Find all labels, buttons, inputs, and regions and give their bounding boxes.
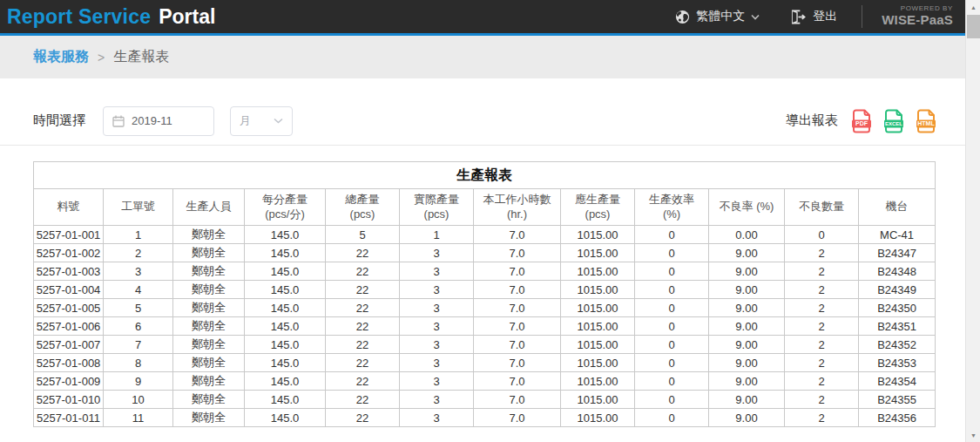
table-cell: 0 <box>785 226 859 244</box>
table-cell: 9 <box>104 372 173 391</box>
table-cell: 1015.00 <box>561 317 635 336</box>
production-report-table: 生產報表 料號工單號生產人員每分產量(pcs/分)總產量(pcs)實際產量(pc… <box>33 161 936 427</box>
table-cell: 5257-01-002 <box>34 244 104 262</box>
table-cell: 鄭朝全 <box>173 354 245 372</box>
table-cell: B24354 <box>859 372 936 391</box>
table-cell: 5257-01-006 <box>34 317 104 336</box>
table-cell: 1015.00 <box>561 354 635 372</box>
table-cell: 鄭朝全 <box>173 391 245 409</box>
table-cell: 145.0 <box>245 409 326 427</box>
column-header: 實際產量(pcs) <box>400 189 474 226</box>
table-cell: 2 <box>785 299 859 317</box>
table-cell: B24356 <box>859 409 936 427</box>
table-cell: B24351 <box>859 317 936 336</box>
column-header: 生產人員 <box>173 189 245 226</box>
topbar-divider <box>862 5 862 28</box>
period-select[interactable]: 月 <box>230 106 293 136</box>
table-cell: 3 <box>400 244 474 262</box>
scrollbar-down-arrow[interactable]: ▼ <box>966 428 980 442</box>
svg-text:PDF: PDF <box>855 120 868 126</box>
scrollbar-up-arrow[interactable]: ▲ <box>966 0 980 14</box>
table-cell: 5257-01-011 <box>34 409 104 427</box>
table-cell: 7.0 <box>474 372 561 391</box>
table-cell: 7.0 <box>474 317 561 336</box>
table-cell: 0 <box>635 226 709 244</box>
table-cell: 1015.00 <box>561 391 635 409</box>
table-cell: MC-41 <box>859 226 936 244</box>
table-cell: 2 <box>785 372 859 391</box>
svg-text:EXCEL: EXCEL <box>885 121 902 126</box>
table-cell: 22 <box>326 409 400 427</box>
table-cell: 145.0 <box>245 262 326 281</box>
table-cell: B24352 <box>859 336 936 354</box>
column-header: 料號 <box>34 189 104 226</box>
table-cell: 9.00 <box>709 317 785 336</box>
table-cell: 2 <box>785 354 859 372</box>
table-cell: 22 <box>326 317 400 336</box>
table-cell: 鄭朝全 <box>173 336 245 354</box>
table-body: 5257-01-0011鄭朝全145.0517.01015.0000.000MC… <box>34 226 936 427</box>
svg-text:HTML: HTML <box>917 120 935 126</box>
table-cell: 22 <box>326 391 400 409</box>
vertical-scrollbar[interactable]: ▲ ▼ <box>965 0 980 442</box>
table-cell: 7.0 <box>474 409 561 427</box>
table-cell: 1015.00 <box>561 409 635 427</box>
calendar-icon <box>112 115 125 127</box>
table-cell: 10 <box>104 391 173 409</box>
table-cell: 7.0 <box>474 336 561 354</box>
table-cell: 7.0 <box>474 281 561 299</box>
table-cell: 0 <box>635 409 709 427</box>
column-header: 生產效率(%) <box>635 189 709 226</box>
table-cell: 2 <box>785 244 859 262</box>
table-cell: 鄭朝全 <box>173 226 245 244</box>
table-cell: 9.00 <box>709 299 785 317</box>
top-bar: Report Service Portal 繁體中文 <box>0 0 965 36</box>
table-cell: 3 <box>400 299 474 317</box>
html-export-button[interactable]: HTML <box>913 109 939 133</box>
breadcrumb-link-report-service[interactable]: 報表服務 <box>33 48 89 66</box>
table-cell: 鄭朝全 <box>173 244 245 262</box>
table-cell: 鄭朝全 <box>173 262 245 281</box>
scrollbar-thumb[interactable] <box>967 15 980 38</box>
language-selector[interactable]: 繁體中文 <box>675 9 760 24</box>
table-cell: 0 <box>635 262 709 281</box>
table-cell: 1015.00 <box>561 372 635 391</box>
table-cell: 5 <box>104 299 173 317</box>
logout-label: 登出 <box>813 9 837 24</box>
report-table-wrap: 生產報表 料號工單號生產人員每分產量(pcs/分)總產量(pcs)實際產量(pc… <box>33 161 935 427</box>
table-cell: 0 <box>635 299 709 317</box>
table-cell: 3 <box>400 391 474 409</box>
column-header: 本工作小時數(hr.) <box>474 189 561 226</box>
table-cell: 5257-01-010 <box>34 391 104 409</box>
excel-export-button[interactable]: EXCEL <box>881 109 907 133</box>
table-header-row: 料號工單號生產人員每分產量(pcs/分)總產量(pcs)實際產量(pcs)本工作… <box>34 189 936 226</box>
table-row: 5257-01-01010鄭朝全145.02237.01015.0009.002… <box>34 391 936 409</box>
table-cell: 1015.00 <box>561 281 635 299</box>
table-row: 5257-01-0099鄭朝全145.02237.01015.0009.002B… <box>34 372 936 391</box>
table-cell: 3 <box>400 336 474 354</box>
table-cell: 5257-01-004 <box>34 281 104 299</box>
table-row: 5257-01-0044鄭朝全145.02237.01015.0009.002B… <box>34 281 936 299</box>
table-cell: 145.0 <box>245 299 326 317</box>
table-cell: 2 <box>785 281 859 299</box>
table-row: 5257-01-0033鄭朝全145.02237.01015.0009.002B… <box>34 262 936 281</box>
section-divider <box>0 145 965 146</box>
table-cell: 7.0 <box>474 299 561 317</box>
column-header: 每分產量(pcs/分) <box>245 189 326 226</box>
chevron-down-icon <box>274 118 283 124</box>
table-cell: 22 <box>326 299 400 317</box>
table-cell: 1 <box>104 226 173 244</box>
pdf-export-button[interactable]: PDF <box>848 109 875 133</box>
table-cell: 5 <box>326 226 400 244</box>
table-cell: 1 <box>400 226 474 244</box>
brand-secondary: Portal <box>159 5 215 29</box>
date-picker-input[interactable]: 2019-11 <box>103 106 214 136</box>
date-picker-value: 2019-11 <box>132 114 172 127</box>
table-cell: 145.0 <box>245 391 326 409</box>
table-cell: B24349 <box>859 281 936 299</box>
language-label: 繁體中文 <box>696 9 745 24</box>
table-cell: 鄭朝全 <box>173 317 245 336</box>
table-cell: 3 <box>400 354 474 372</box>
table-cell: 1015.00 <box>561 244 635 262</box>
logout-button[interactable]: 登出 <box>789 9 837 25</box>
